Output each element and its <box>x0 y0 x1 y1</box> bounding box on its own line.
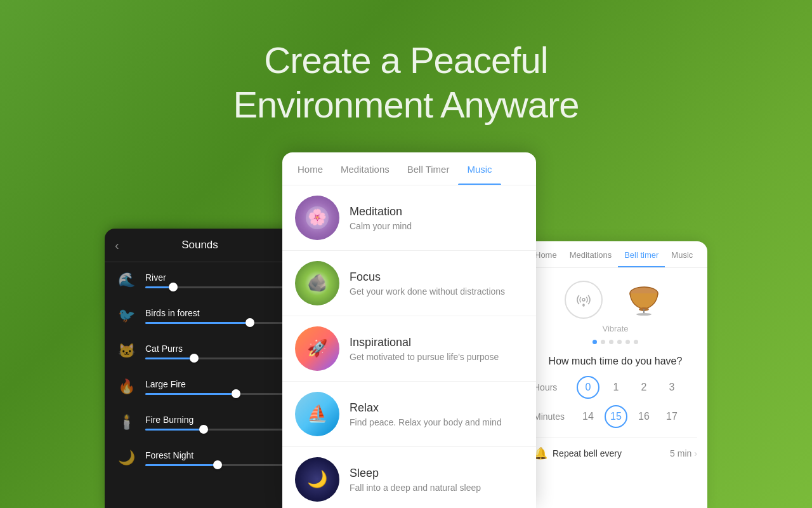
med-desc: Fall into a deep and natural sleep <box>350 483 481 493</box>
time-question: How much time do you have? <box>534 356 697 367</box>
sound-item[interactable]: 🐱 Cat Purrs <box>105 333 295 369</box>
bell-icons-row <box>534 281 697 319</box>
tab-bell-timer[interactable]: Bell Timer <box>398 152 459 185</box>
pagination-dots <box>534 340 697 344</box>
sounds-header: ‹ Sounds <box>105 229 295 262</box>
back-button[interactable]: ‹ <box>115 238 119 253</box>
slider-track[interactable] <box>145 322 285 324</box>
tab-music[interactable]: Music <box>458 152 501 185</box>
minute-option[interactable]: 14 <box>577 405 599 428</box>
svg-text:🚀: 🚀 <box>307 338 328 358</box>
svg-point-6 <box>582 298 585 301</box>
med-desc: Get motivated to pursue life's purpose <box>350 352 499 362</box>
hour-option[interactable]: 3 <box>660 376 683 399</box>
med-text-relax: Relax Find peace. Relax your body and mi… <box>350 401 502 427</box>
svg-text:🌙: 🌙 <box>307 469 328 489</box>
med-text-meditation: Meditation Calm your mind <box>350 205 412 231</box>
slider-thumb[interactable] <box>199 425 208 434</box>
sound-item[interactable]: 🔥 Large Fire <box>105 369 295 404</box>
slider-thumb[interactable] <box>232 389 240 398</box>
med-item-inspirational[interactable]: 🚀 Inspirational Get motivated to pursue … <box>282 316 536 382</box>
screens-container: ‹ Sounds 🌊 River 🐦 Birds in forest <box>0 152 812 508</box>
chevron-right-icon: › <box>694 448 697 458</box>
sound-item[interactable]: 🌊 River <box>105 262 295 298</box>
bell-tab-bar: Home Meditations Bell timer Music <box>523 241 707 268</box>
svg-text:⛵: ⛵ <box>307 403 328 424</box>
med-thumb-relax: ⛵ <box>295 392 339 436</box>
svg-text:🌸: 🌸 <box>308 208 327 226</box>
slider-thumb[interactable] <box>190 354 199 363</box>
med-item-focus[interactable]: 🪨 Focus Get your work done without distr… <box>282 251 536 316</box>
slider-thumb[interactable] <box>246 318 254 327</box>
sound-name: Birds in forest <box>145 308 285 318</box>
slider-track[interactable] <box>145 358 285 359</box>
sounds-title: Sounds <box>181 239 218 251</box>
sound-name: River <box>145 272 285 283</box>
minutes-label: Minutes <box>534 411 572 422</box>
hour-option[interactable]: 2 <box>632 376 655 399</box>
slider-track[interactable] <box>145 393 285 395</box>
singing-bowl-icon[interactable] <box>622 281 666 319</box>
med-item-meditation[interactable]: 🌸 Meditation Calm your mind <box>282 185 536 251</box>
hour-option[interactable]: 1 <box>605 376 627 399</box>
slider-thumb[interactable] <box>213 460 222 469</box>
tab-home[interactable]: Home <box>289 152 332 185</box>
med-list: 🌸 Meditation Calm your mind 🪨 Focus Get … <box>282 185 536 508</box>
sounds-panel: ‹ Sounds 🌊 River 🐦 Birds in forest <box>105 229 295 508</box>
meditations-panel: Home Meditations Bell Timer Music 🌸 Medi… <box>282 152 536 508</box>
tab-meditations[interactable]: Meditations <box>332 152 398 185</box>
sound-icon: 🐱 <box>115 340 138 363</box>
bell-tab-meditations[interactable]: Meditations <box>563 241 618 267</box>
repeat-value[interactable]: 5 min › <box>670 448 697 458</box>
repeat-bell-row: 🔔 Repeat bell every 5 min › <box>534 437 697 460</box>
med-name: Focus <box>350 271 505 284</box>
pagination-dot[interactable] <box>593 340 597 344</box>
sound-info: River <box>145 272 285 288</box>
repeat-bell-label: Repeat bell every <box>553 448 622 458</box>
med-name: Inspirational <box>350 336 499 349</box>
sound-info: Forest Night <box>145 450 285 466</box>
med-text-inspirational: Inspirational Get motivated to pursue li… <box>350 336 499 362</box>
sound-item[interactable]: 🐦 Birds in forest <box>105 298 295 333</box>
bell-tab-music[interactable]: Music <box>665 241 699 267</box>
slider-track[interactable] <box>145 464 285 466</box>
hero-section: Create a Peaceful Environment Anyware <box>0 0 812 126</box>
med-text-sleep: Sleep Fall into a deep and natural sleep <box>350 467 481 493</box>
hours-row: Hours 0123 <box>534 376 697 399</box>
bell-tab-bell-timer[interactable]: Bell timer <box>618 241 665 267</box>
minute-option[interactable]: 17 <box>660 405 683 428</box>
pagination-dot[interactable] <box>601 340 605 344</box>
med-name: Relax <box>350 401 502 415</box>
slider-track[interactable] <box>145 429 285 431</box>
slider-thumb[interactable] <box>169 283 178 291</box>
med-item-relax[interactable]: ⛵ Relax Find peace. Relax your body and … <box>282 382 536 447</box>
sound-info: Birds in forest <box>145 308 285 324</box>
bell-content: Vibrate How much time do you have? Hours… <box>523 268 707 473</box>
med-desc: Find peace. Relax your body and mind <box>350 417 502 427</box>
pagination-dot[interactable] <box>634 340 638 344</box>
sound-icon: 🌊 <box>115 269 138 291</box>
vibrate-button[interactable] <box>565 281 603 319</box>
pagination-dot[interactable] <box>609 340 613 344</box>
sound-item[interactable]: 🕯️ Fire Burning <box>105 404 295 440</box>
minute-option[interactable]: 16 <box>632 405 655 428</box>
pagination-dot[interactable] <box>617 340 622 344</box>
hour-option[interactable]: 0 <box>577 376 599 399</box>
hours-label: Hours <box>534 382 572 392</box>
med-thumb-inspirational: 🚀 <box>295 326 339 371</box>
vibrate-label: Vibrate <box>534 324 697 333</box>
minutes-numbers: 14151617 <box>577 405 683 428</box>
med-text-focus: Focus Get your work done without distrac… <box>350 271 505 297</box>
sound-item[interactable]: 🌙 Forest Night <box>105 440 295 476</box>
med-tab-bar: Home Meditations Bell Timer Music <box>282 152 536 185</box>
minute-option[interactable]: 15 <box>605 405 627 428</box>
med-item-sleep[interactable]: 🌙 Sleep Fall into a deep and natural sle… <box>282 447 536 508</box>
bell-timer-panel: Home Meditations Bell timer Music <box>523 241 707 508</box>
med-thumb-meditation: 🌸 <box>295 196 339 240</box>
sound-info: Fire Burning <box>145 415 285 431</box>
med-desc: Get your work done without distractions <box>350 286 505 297</box>
slider-track[interactable] <box>145 286 285 288</box>
med-name: Meditation <box>350 205 412 218</box>
pagination-dot[interactable] <box>625 340 630 344</box>
sound-icon: 🌙 <box>115 446 138 469</box>
